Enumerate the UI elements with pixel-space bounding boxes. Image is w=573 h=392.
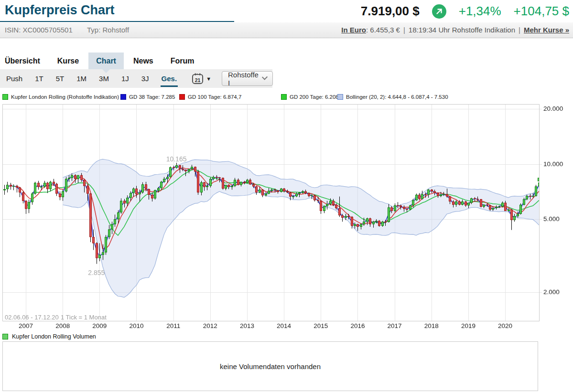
instrument-info-bar: ISIN: XC0005705501 Typ: Rohstoff In Euro… xyxy=(0,22,573,38)
trend-up-icon xyxy=(432,4,446,19)
change-absolute: +104,75 $ xyxy=(514,4,569,19)
range-gesamt[interactable]: Ges. xyxy=(155,69,184,88)
calendar-icon: 21 xyxy=(192,73,204,85)
gd38-swatch-icon xyxy=(120,94,126,100)
separator: | xyxy=(519,26,520,34)
caret-down-icon: ▼ xyxy=(206,76,211,82)
date-picker-button[interactable]: 21 ▼ xyxy=(192,73,211,85)
tab-news[interactable]: News xyxy=(133,53,153,69)
tab-kurse[interactable]: Kurse xyxy=(57,53,79,69)
current-price: 7.919,00 $ xyxy=(361,4,420,19)
range-3j[interactable]: 3J xyxy=(135,69,155,88)
instrument-ids: ISIN: XC0005705501 Typ: Rohstoff xyxy=(5,22,129,38)
chevron-down-icon xyxy=(262,74,268,80)
x-axis-label: 2015 xyxy=(310,322,331,329)
tab-forum[interactable]: Forum xyxy=(171,53,195,69)
legend-bollinger: Bollinger (20, 2): 4.644,8 - 6.087,4 - 7… xyxy=(337,94,448,100)
y-axis-label: 5.000 xyxy=(543,215,560,222)
quote-info: In Euro: 6.455,3 €|18:19:34 Uhr Rohstoff… xyxy=(341,22,569,38)
range-5t[interactable]: 5T xyxy=(50,69,71,88)
isin-label: ISIN: XC0005705501 xyxy=(5,26,73,34)
active-tab-notch xyxy=(102,69,110,73)
x-axis-label: 2016 xyxy=(347,322,368,329)
type-label: Typ: Rohstoff xyxy=(87,26,129,34)
calendar-day-label: 21 xyxy=(195,77,201,83)
x-axis-label: 2017 xyxy=(384,322,405,329)
legend-gd100-label: GD 100 Tage: 6.874,7 xyxy=(188,94,241,100)
legend-kupfer: Kupfer London Rolling (Rohstoffe Indikat… xyxy=(2,94,119,100)
tick-note-label: 1 Tick = 1 Monat xyxy=(61,314,107,321)
legend-kupfer-label: Kupfer London Rolling (Rohstoffe Indikat… xyxy=(11,94,119,100)
chart-legend: Kupfer London Rolling (Rohstoffe Indikat… xyxy=(0,93,573,103)
page-title: Kupferpreis Chart xyxy=(5,3,115,18)
bollinger-swatch-icon xyxy=(337,94,343,100)
tab-uebersicht[interactable]: Übersicht xyxy=(5,53,40,69)
instrument-dropdown-label: Rohstoffe I xyxy=(228,71,259,87)
volume-panel: keine Volumendaten vorhanden xyxy=(2,341,538,391)
range-1j[interactable]: 1J xyxy=(115,69,135,88)
tab-chart[interactable]: Chart xyxy=(88,53,124,69)
y-axis-label: 20.000 xyxy=(543,105,563,112)
tab-chart-label: Chart xyxy=(96,57,116,65)
price-chart-canvas xyxy=(0,103,573,322)
separator: | xyxy=(403,26,405,34)
title-underline xyxy=(0,21,234,22)
x-axis-label: 2018 xyxy=(421,322,442,329)
range-1t[interactable]: 1T xyxy=(29,69,50,88)
x-axis-label: 2020 xyxy=(495,322,516,329)
range-1m[interactable]: 1M xyxy=(70,69,93,88)
legend-gd200-label: GD 200 Tage: 6.208,6 xyxy=(290,94,343,100)
legend-gd38-label: GD 38 Tage: 7.285 xyxy=(129,94,175,100)
high-annotation: 10.165 xyxy=(162,156,191,162)
volume-swatch-icon xyxy=(2,334,8,339)
y-axis-label: 10.000 xyxy=(543,160,563,168)
date-range-label: 02.06.06 - 17.12.20 xyxy=(5,314,59,321)
price-block: 7.919,00 $ +1,34% +104,75 $ xyxy=(361,4,569,19)
volume-empty-message: keine Volumendaten vorhanden xyxy=(220,362,321,371)
gd100-swatch-icon xyxy=(179,94,185,100)
gd200-swatch-icon xyxy=(281,94,287,100)
x-axis-label: 2013 xyxy=(237,322,258,329)
y-axis-label: 2.000 xyxy=(543,288,560,296)
legend-gd200: GD 200 Tage: 6.208,6 xyxy=(281,94,343,100)
x-axis-label: 2008 xyxy=(52,322,73,329)
legend-gd100: GD 100 Tage: 6.874,7 xyxy=(179,94,241,100)
x-axis-label: 2007 xyxy=(15,322,36,329)
chart-toolbar: Push 1T 5T 1M 3M 1J 3J Ges. 21 ▼ Rohstof… xyxy=(0,69,272,88)
x-axis-label: 2012 xyxy=(200,322,221,329)
low-annotation: 2.855 xyxy=(82,269,111,276)
quote-timestamp: 18:19:34 Uhr Rohstoffe Indikation xyxy=(409,26,515,34)
x-axis-label: 2014 xyxy=(273,322,294,329)
range-push[interactable]: Push xyxy=(0,69,29,88)
change-percent: +1,34% xyxy=(459,4,501,19)
x-axis-label: 2009 xyxy=(89,322,110,329)
x-axis-label: 2019 xyxy=(458,322,479,329)
instrument-dropdown[interactable]: Rohstoffe I xyxy=(222,71,273,86)
volume-legend-label: Kupfer London Rolling Volumen xyxy=(12,333,96,340)
in-euro-link[interactable]: In Euro xyxy=(341,26,366,34)
legend-gd38: GD 38 Tage: 7.285 xyxy=(120,94,175,100)
section-tabs: Übersicht Kurse Chart News Forum xyxy=(5,53,212,69)
euro-value: : 6.455,3 € xyxy=(366,26,400,34)
more-quotes-link[interactable]: Mehr Kurse » xyxy=(524,26,569,34)
kupfer-swatch-icon xyxy=(2,94,8,100)
page: Kupferpreis Chart 7.919,00 $ +1,34% +104… xyxy=(0,0,573,392)
legend-bollinger-label: Bollinger (20, 2): 4.644,8 - 6.087,4 - 7… xyxy=(346,94,448,100)
x-axis-label: 2010 xyxy=(126,322,147,329)
volume-legend: Kupfer London Rolling Volumen xyxy=(2,333,96,340)
x-axis-label: 2011 xyxy=(163,322,184,329)
